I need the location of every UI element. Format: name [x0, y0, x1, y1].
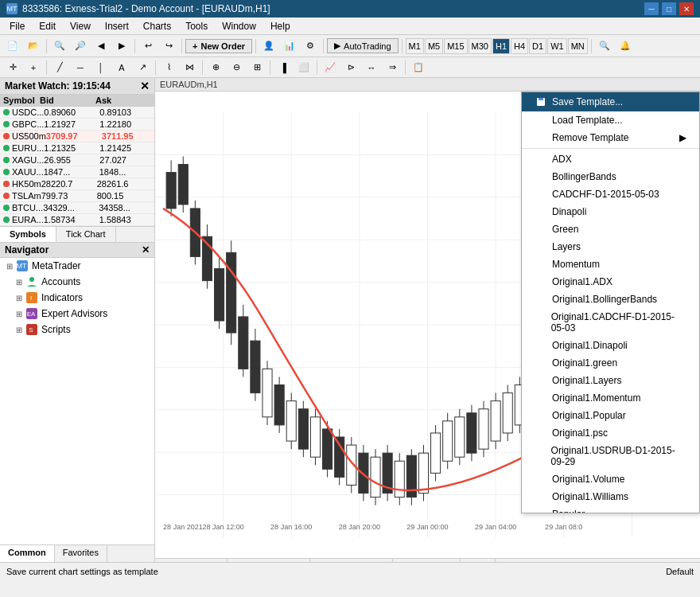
template-orig-momentum[interactable]: Original1.Momentum	[522, 389, 699, 407]
candle-button[interactable]: ⬜	[294, 59, 313, 76]
nav-indicators[interactable]: ⊞ f Indicators	[0, 290, 154, 306]
zoom-sel-button[interactable]: ⊕	[206, 59, 225, 76]
chart-tab-tslam[interactable]: TSLAm,Daily	[393, 559, 461, 562]
new-chart-button[interactable]: 📄	[3, 37, 22, 55]
profile-button[interactable]: 👤	[259, 37, 278, 55]
template-orig-usdrub[interactable]: Original1.USDRUB-D1-2015-09-29	[522, 442, 699, 470]
chart-tab-usdchf[interactable]: USDCHFm,Daily	[310, 559, 393, 562]
mw-row-usdc[interactable]: USDC... 0.89060 0.89103	[0, 107, 154, 119]
alert-button[interactable]: 🔔	[616, 37, 635, 55]
minimize-button[interactable]: ─	[644, 2, 659, 15]
autotrading-button[interactable]: ▶ AutoTrading	[327, 38, 399, 53]
menu-edit[interactable]: Edit	[33, 19, 62, 33]
template-layers[interactable]: Layers	[522, 238, 699, 256]
template-adx[interactable]: ADX	[522, 150, 699, 168]
nav-metatrader[interactable]: ⊞ MT MetaTrader	[0, 258, 154, 274]
mw-row-xagu[interactable]: XAGU... 26.955 27.027	[0, 154, 154, 166]
bar-button[interactable]: ▐	[274, 59, 293, 76]
new-order-button[interactable]: + New Order	[185, 39, 252, 53]
history-button[interactable]: 📊	[280, 37, 299, 55]
mw-row-gbpc[interactable]: GBPC... 1.21927 1.22180	[0, 119, 154, 131]
tab-symbols[interactable]: Symbols	[0, 227, 56, 242]
fibonacci-button[interactable]: ⌇	[159, 59, 178, 76]
template-bollinger[interactable]: BollingerBands	[522, 168, 699, 185]
tf-mn[interactable]: MN	[568, 38, 588, 54]
mw-row-us500m[interactable]: US500m 3709.97 3711.95	[0, 131, 154, 142]
chart-tab-us500m[interactable]: US500m,Daily	[155, 559, 228, 562]
zoom-out-button[interactable]: 🔎	[71, 37, 90, 55]
line-button[interactable]: ╱	[50, 59, 69, 76]
open-button[interactable]: 📂	[24, 37, 43, 55]
template-orig-volume[interactable]: Original1.Volume	[522, 470, 699, 488]
tf-m5[interactable]: M5	[425, 38, 443, 54]
template-orig-psc[interactable]: Original1.psc	[522, 424, 699, 442]
menu-tools[interactable]: Tools	[179, 19, 214, 33]
tf-m1[interactable]: M1	[406, 38, 424, 54]
scroll-right-button[interactable]: ▶	[112, 37, 131, 55]
template-momentum[interactable]: Momentum	[522, 256, 699, 273]
vline-button[interactable]: │	[91, 59, 111, 76]
tf-h1[interactable]: H1	[492, 38, 510, 54]
zoom-in-button[interactable]: 🔍	[50, 37, 69, 55]
shift-button[interactable]: ⇒	[383, 59, 402, 76]
menu-help[interactable]: Help	[264, 19, 297, 33]
mw-row-hk50m[interactable]: HK50m 28220.7 28261.6	[0, 178, 154, 190]
undo-button[interactable]: ↩	[138, 37, 158, 55]
chart-tab-euraud[interactable]: EURAUDm,Daily	[228, 559, 310, 562]
scroll-left-button[interactable]: ◀	[91, 37, 111, 55]
template-orig-williams[interactable]: Original1.Williams	[522, 488, 699, 505]
chart-tab-eur[interactable]: EUR	[461, 559, 496, 562]
tf-w1[interactable]: W1	[547, 38, 567, 54]
template-cadchf[interactable]: CADCHF-D1-2015-05-03	[522, 185, 699, 203]
search-button[interactable]: 🔍	[595, 37, 614, 55]
template-popular[interactable]: Popular	[522, 505, 699, 513]
template-green[interactable]: Green	[522, 220, 699, 238]
fit-button[interactable]: ⊞	[247, 59, 266, 76]
mw-row-eura[interactable]: EURA... 1.58734 1.58843	[0, 214, 154, 226]
template-dinapoli[interactable]: Dinapoli	[522, 203, 699, 220]
template-orig-adx[interactable]: Original1.ADX	[522, 273, 699, 291]
nav-expert-advisors[interactable]: ⊞ EA Expert Advisors	[0, 306, 154, 322]
arrow-button[interactable]: ↗	[133, 59, 152, 76]
tab-common[interactable]: Common	[0, 545, 55, 562]
tf-d1[interactable]: D1	[529, 38, 546, 54]
save-template-item[interactable]: Save Template...	[522, 92, 699, 111]
cursor-button[interactable]: ✛	[3, 59, 22, 76]
template-orig-green[interactable]: Original1.green	[522, 354, 699, 372]
tab-favorites[interactable]: Favorites	[55, 545, 107, 562]
navigator-close[interactable]: ✕	[142, 244, 150, 256]
menu-window[interactable]: Window	[216, 19, 262, 33]
settings-button[interactable]: ⚙	[301, 37, 320, 55]
mw-row-xauu[interactable]: XAUU... 1847... 1848...	[0, 166, 154, 178]
tf-m15[interactable]: M15	[444, 38, 467, 54]
gannfan-button[interactable]: ⋈	[180, 59, 199, 76]
indicator-button[interactable]: 📈	[321, 59, 340, 76]
template-orig-cadchf[interactable]: Original1.CADCHF-D1-2015-05-03	[522, 308, 699, 337]
nav-scripts[interactable]: ⊞ S Scripts	[0, 322, 154, 338]
template-button[interactable]: 📋	[409, 59, 428, 76]
template-orig-layers[interactable]: Original1.Layers	[522, 372, 699, 389]
remove-template-item[interactable]: Remove Template ▶	[522, 129, 699, 146]
tab-tick-chart[interactable]: Tick Chart	[56, 227, 116, 242]
mw-row-euru[interactable]: EURU... 1.21325 1.21425	[0, 142, 154, 154]
text-button[interactable]: A	[112, 59, 131, 76]
template-orig-dinapoli[interactable]: Original1.Dinapoli	[522, 337, 699, 354]
window-controls[interactable]: ─ □ ✕	[644, 2, 694, 15]
mw-row-btcu[interactable]: BTCU... 34329... 34358...	[0, 202, 154, 214]
close-button[interactable]: ✕	[679, 2, 694, 15]
redo-button[interactable]: ↪	[159, 37, 178, 55]
menu-file[interactable]: File	[3, 19, 31, 33]
tf-m30[interactable]: M30	[469, 38, 492, 54]
maximize-button[interactable]: □	[662, 2, 676, 15]
menu-view[interactable]: View	[64, 19, 97, 33]
nav-accounts[interactable]: ⊞ Accounts	[0, 274, 154, 290]
zoomout-button[interactable]: ⊖	[227, 59, 246, 76]
market-watch-close[interactable]: ✕	[140, 80, 150, 92]
crosshair-button[interactable]: +	[24, 59, 43, 76]
menu-insert[interactable]: Insert	[99, 19, 135, 33]
load-template-item[interactable]: Load Template...	[522, 111, 699, 129]
menu-charts[interactable]: Charts	[137, 19, 177, 33]
autoscroll-button[interactable]: ↔	[362, 59, 381, 76]
mw-row-tslam[interactable]: TSLAm 799.73 800.15	[0, 190, 154, 202]
template-orig-bollinger[interactable]: Original1.BollingerBands	[522, 291, 699, 308]
